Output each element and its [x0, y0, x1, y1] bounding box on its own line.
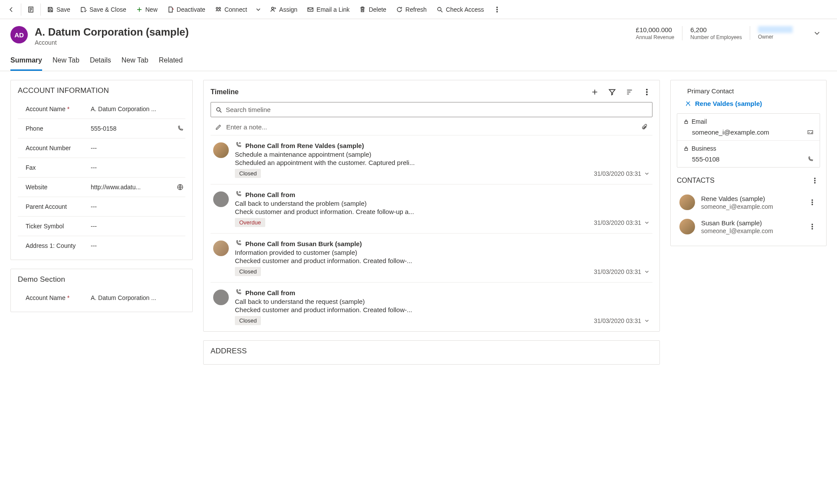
- pc-business-field[interactable]: Business 555-0108: [677, 141, 820, 167]
- attachment-icon[interactable]: [641, 124, 648, 131]
- save-close-label: Save & Close: [89, 6, 126, 13]
- phone-call-icon[interactable]: [175, 125, 185, 132]
- field-demo-account-name[interactable]: Account Name* A. Datum Corporation ...: [18, 288, 185, 307]
- email-link-button[interactable]: Email a Link: [303, 3, 354, 16]
- timeline-search[interactable]: [211, 102, 652, 117]
- sort-icon: [626, 88, 633, 96]
- section-title: ACCOUNT INFORMATION: [18, 86, 185, 95]
- chevron-down-icon[interactable]: [644, 318, 650, 324]
- field-address1-county[interactable]: Address 1: County ---: [18, 236, 185, 255]
- refresh-button[interactable]: Refresh: [392, 3, 431, 16]
- timeline-item[interactable]: Phone Call from Call back to understand …: [211, 283, 652, 331]
- column-left: ACCOUNT INFORMATION Account Name* A. Dat…: [10, 80, 193, 321]
- new-button[interactable]: New: [132, 3, 162, 16]
- save-button[interactable]: Save: [43, 3, 75, 16]
- field-value: ---: [87, 223, 185, 230]
- field-fax[interactable]: Fax ---: [18, 158, 185, 178]
- delete-icon: [359, 6, 366, 13]
- field-label: Fax: [18, 164, 87, 171]
- timeline-note-entry[interactable]: [211, 119, 652, 135]
- overflow-button[interactable]: [489, 3, 505, 16]
- tab-newtab-1[interactable]: New Tab: [53, 52, 79, 71]
- tab-details[interactable]: Details: [90, 52, 111, 71]
- contacts-more-button[interactable]: [810, 175, 820, 186]
- more-vertical-icon: [811, 177, 818, 184]
- timeline-item-subject: Schedule a maintenance appointment (samp…: [235, 151, 650, 158]
- lock-icon: [683, 146, 689, 152]
- timeline-note-input[interactable]: [226, 123, 637, 131]
- field-value: 555-0158: [87, 125, 175, 132]
- timeline-search-input[interactable]: [226, 106, 648, 113]
- field-phone[interactable]: Phone 555-0158: [18, 119, 185, 138]
- timeline-add-button[interactable]: [589, 86, 600, 98]
- header-expand-button[interactable]: [807, 26, 827, 40]
- plus-icon: [591, 88, 599, 96]
- tab-newtab-2[interactable]: New Tab: [122, 52, 148, 71]
- chevron-down-icon[interactable]: [644, 220, 650, 226]
- form-selector-button[interactable]: [23, 3, 39, 16]
- save-icon: [47, 6, 54, 13]
- timeline-body: Phone Call from Call back to understand …: [235, 191, 650, 227]
- primary-contact-link[interactable]: Rene Valdes (sample): [677, 100, 820, 107]
- svg-point-10: [646, 89, 647, 90]
- timeline-item[interactable]: Phone Call from Susan Burk (sample) Info…: [211, 234, 652, 283]
- field-account-number[interactable]: Account Number ---: [18, 138, 185, 158]
- deactivate-icon: [167, 6, 174, 13]
- record-title-block: A. Datum Corporation (sample) Account: [35, 26, 621, 46]
- tab-related[interactable]: Related: [159, 52, 183, 71]
- timeline-item[interactable]: Phone Call from Rene Valdes (sample) Sch…: [211, 135, 652, 184]
- globe-icon[interactable]: [175, 184, 185, 191]
- stat-owner[interactable]: Owner: [750, 26, 801, 40]
- field-label: Account Number: [18, 145, 87, 152]
- contact-row[interactable]: Susan Burk (sample) someone_l@example.co…: [677, 214, 820, 239]
- contact-name: Susan Burk (sample): [701, 219, 801, 227]
- pc-email-field[interactable]: Email someone_i@example.com: [677, 114, 820, 141]
- deactivate-button[interactable]: Deactivate: [163, 3, 210, 16]
- field-value: ---: [87, 164, 185, 171]
- field-parent-account[interactable]: Parent Account ---: [18, 197, 185, 217]
- contact-more-button[interactable]: [807, 221, 817, 232]
- stat-label: Number of Employees: [690, 34, 742, 40]
- primary-contact-name: Rene Valdes (sample): [695, 100, 762, 107]
- timeline-item[interactable]: Phone Call from Call back to understand …: [211, 184, 652, 234]
- timeline-sort-button[interactable]: [624, 86, 635, 98]
- stat-employees[interactable]: 6,200 Number of Employees: [682, 26, 750, 40]
- phone-icon[interactable]: [807, 156, 814, 162]
- timeline-more-button[interactable]: [641, 86, 652, 98]
- connect-dropdown[interactable]: [252, 3, 264, 16]
- stat-annual-revenue[interactable]: £10,000.000 Annual Revenue: [628, 26, 682, 40]
- field-label: Ticker Symbol: [18, 223, 87, 230]
- tab-summary[interactable]: Summary: [10, 52, 42, 71]
- more-vertical-icon: [643, 88, 651, 96]
- field-account-name[interactable]: Account Name* A. Datum Corporation ...: [18, 99, 185, 119]
- card-icon[interactable]: [807, 129, 814, 135]
- contact-row[interactable]: Rene Valdes (sample) someone_i@example.c…: [677, 190, 820, 214]
- contact-avatar: [679, 194, 695, 210]
- check-access-button[interactable]: Check Access: [432, 3, 488, 16]
- connect-button[interactable]: Connect: [211, 3, 251, 16]
- stat-label: Annual Revenue: [636, 34, 675, 40]
- field-ticker-symbol[interactable]: Ticker Symbol ---: [18, 217, 185, 236]
- timeline-item-subject: Call back to understand the problem (sam…: [235, 200, 650, 207]
- contact-more-button[interactable]: [807, 197, 817, 208]
- field-value: A. Datum Corporation ...: [87, 294, 185, 301]
- chevron-down-icon[interactable]: [644, 171, 650, 177]
- contact-email: someone_i@example.com: [701, 203, 801, 210]
- field-website[interactable]: Website http://www.adatu...: [18, 178, 185, 197]
- timeline-list: Phone Call from Rene Valdes (sample) Sch…: [211, 135, 652, 331]
- save-close-button[interactable]: Save & Close: [76, 3, 131, 16]
- svg-point-6: [497, 7, 498, 8]
- svg-point-5: [438, 7, 441, 11]
- svg-point-7: [497, 9, 498, 10]
- filter-icon: [608, 88, 616, 96]
- assign-button[interactable]: Assign: [265, 3, 302, 16]
- form-content: ACCOUNT INFORMATION Account Name* A. Dat…: [0, 71, 837, 382]
- svg-rect-16: [685, 148, 688, 150]
- more-vertical-icon: [494, 6, 501, 13]
- chevron-down-icon[interactable]: [644, 269, 650, 275]
- check-access-icon: [436, 6, 443, 13]
- svg-point-20: [812, 200, 813, 201]
- back-button[interactable]: [3, 3, 19, 16]
- delete-button[interactable]: Delete: [355, 3, 390, 16]
- timeline-filter-button[interactable]: [606, 86, 618, 98]
